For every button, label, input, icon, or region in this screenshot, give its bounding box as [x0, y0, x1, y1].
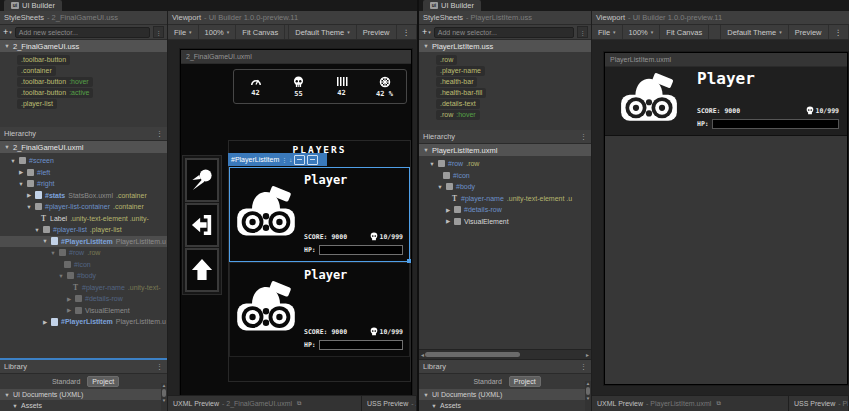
tree-row-player-list-container[interactable]: ▼#player-list-container.container: [0, 201, 167, 213]
open-external-icon[interactable]: ⧉: [297, 400, 301, 407]
tree-row-body[interactable]: ▼#body: [419, 181, 591, 193]
add-selector-button[interactable]: + ▾: [422, 27, 431, 37]
chevron-down-icon[interactable]: ▼: [431, 403, 437, 409]
tree-row-stats[interactable]: ▶#statsStatsBox.uxml.container: [0, 190, 167, 202]
stats-box[interactable]: 42 55 42 42: [233, 69, 407, 104]
library-row-assets[interactable]: ▼ Assets: [0, 400, 167, 411]
open-external-icon[interactable]: ⧉: [716, 400, 720, 407]
uss-file-row[interactable]: ▼ 2_FinalGameUI.uss: [0, 40, 167, 52]
selected-element-tag[interactable]: #PlayerListItem ⋮ ↓: [228, 153, 327, 166]
tree-row-details-row[interactable]: ▶#details-row: [419, 204, 591, 216]
chevron-down-icon[interactable]: ▼: [10, 158, 16, 164]
tree-row-right[interactable]: ▼#right: [0, 178, 167, 190]
tree-row-body[interactable]: ▼#body: [0, 270, 167, 282]
menu-icon[interactable]: ⋮: [156, 363, 163, 371]
selector-row[interactable]: .container: [0, 65, 167, 76]
tree-row-visualelement[interactable]: ▶VisualElement: [0, 305, 167, 317]
selector-row[interactable]: .health-bar-fill: [419, 87, 591, 98]
chevron-down-icon[interactable]: ▼: [429, 161, 435, 167]
tag-button-icon[interactable]: [294, 155, 305, 165]
viewport-menu-icon[interactable]: ⋮: [829, 25, 849, 39]
scroll-thumb[interactable]: [425, 352, 520, 357]
resize-handle[interactable]: [407, 259, 411, 263]
selector-menu-icon[interactable]: ⋮: [153, 26, 164, 38]
selector-row[interactable]: .health-bar: [419, 76, 591, 87]
chevron-down-icon[interactable]: ▼: [18, 181, 24, 187]
library-row-assets[interactable]: ▼ Assets: [419, 400, 591, 411]
library-section-uxml[interactable]: ▼ UI Documents (UXML): [419, 389, 591, 400]
tab-standard[interactable]: Standard: [469, 377, 505, 386]
chevron-down-icon[interactable]: ▼: [34, 227, 40, 233]
scroll-thumb[interactable]: [162, 389, 166, 397]
chevron-down-icon[interactable]: ▼: [423, 147, 429, 153]
chevron-right-icon[interactable]: ▶: [26, 192, 32, 198]
chevron-down-icon[interactable]: ▼: [423, 392, 429, 398]
uxml-preview-section[interactable]: UXML Preview - PlayerListItem.uxml ⧉: [592, 396, 789, 411]
chevron-right-icon[interactable]: ▶: [66, 296, 72, 302]
library-scrollbar[interactable]: ▲ ▼: [585, 381, 591, 411]
exit-button[interactable]: [185, 203, 219, 247]
add-selector-input[interactable]: Add new selector...: [434, 27, 574, 38]
zoom-dropdown[interactable]: 100%▾: [623, 25, 661, 39]
tab-standard[interactable]: Standard: [48, 377, 84, 386]
fit-canvas-button[interactable]: Fit Canvas: [660, 25, 709, 39]
viewport-canvas-area[interactable]: PlayerListItem.uxml Player: [592, 40, 849, 395]
uss-preview-section[interactable]: USS Preview - 2_FinalGameUI.u ⧉: [362, 396, 417, 411]
theme-dropdown[interactable]: Default Theme▾: [720, 25, 789, 39]
chevron-right-icon[interactable]: ▶: [66, 307, 72, 313]
scroll-right-icon[interactable]: ►: [585, 352, 590, 358]
uxml-preview-section[interactable]: UXML Preview - 2_FinalGameUI.uxml ⧉: [168, 396, 362, 411]
uss-file-row[interactable]: ▼ PlayerListItem.uss: [419, 40, 591, 52]
chevron-down-icon[interactable]: ▼: [423, 43, 429, 49]
tree-row-player-name[interactable]: T#player-name.unity-text-: [0, 282, 167, 294]
chevron-right-icon[interactable]: ▶: [42, 319, 48, 325]
selector-row[interactable]: .details-text: [419, 98, 591, 109]
tree-row-row[interactable]: ▼#row.row: [0, 247, 167, 259]
uxml-file-row[interactable]: ▼ PlayerListItem.uxml: [419, 144, 591, 156]
tree-row-screen[interactable]: ▼#screen: [0, 155, 167, 167]
tree-row-player-name[interactable]: T#player-name.unity-text-element .u: [419, 193, 591, 205]
selector-row[interactable]: .toolbar-button:hover: [0, 76, 167, 87]
tree-row-visualelement[interactable]: ▶VisualElement: [419, 216, 591, 228]
add-selector-button[interactable]: + ▾: [3, 27, 12, 37]
tree-row-playerlistitem[interactable]: ▼#PlayerListItemPlayerListItem.u: [0, 236, 167, 248]
tree-row-row[interactable]: ▼#row.row: [419, 158, 591, 170]
chevron-down-icon[interactable]: ▼: [58, 273, 64, 279]
tree-row-icon[interactable]: #icon: [419, 170, 591, 182]
scroll-down-icon[interactable]: ▼: [162, 398, 166, 403]
tree-row-details-row[interactable]: ▶#details-row: [0, 293, 167, 305]
tree-row-icon[interactable]: #icon: [0, 259, 167, 271]
library-scrollbar[interactable]: ▲ ▼: [161, 383, 167, 411]
tree-row-playerlistitem-2[interactable]: ▶#PlayerListItemPlayerListItem.u: [0, 316, 167, 328]
scroll-down-icon[interactable]: ▼: [586, 396, 590, 401]
scroll-up-icon[interactable]: ▲: [162, 383, 166, 388]
canvas-playerlistitem[interactable]: PlayerListItem.uxml Player: [604, 52, 848, 385]
player-list-item[interactable]: Player SCORE: 9000 10/999 HP:: [229, 167, 410, 262]
selector-row[interactable]: .row:hover: [419, 109, 591, 120]
selector-menu-icon[interactable]: ⋮: [577, 26, 588, 38]
menu-icon[interactable]: ⋮: [580, 363, 587, 371]
canvas-doc-label[interactable]: PlayerListItem.uxml: [605, 53, 847, 67]
tab-project[interactable]: Project: [87, 376, 119, 387]
chevron-down-icon[interactable]: ▼: [4, 43, 10, 49]
preview-toggle-button[interactable]: Preview: [357, 25, 397, 39]
canvas-2finalgameui[interactable]: 2_FinalGameUI.uxml 42 55: [180, 49, 412, 395]
player-list[interactable]: PLAYERS #PlayerListItem ⋮ ↓: [228, 140, 411, 382]
viewport-canvas-area[interactable]: 2_FinalGameUI.uxml 42 55: [168, 40, 417, 395]
selector-row[interactable]: .player-list: [0, 98, 167, 109]
selector-row[interactable]: .toolbar-button:active: [0, 87, 167, 98]
chevron-down-icon[interactable]: ▼: [4, 392, 10, 398]
fireball-button[interactable]: [185, 158, 219, 202]
chevron-down-icon[interactable]: ▼: [42, 238, 48, 244]
file-menu-button[interactable]: File▾: [592, 25, 623, 39]
selector-row[interactable]: .player-name: [419, 65, 591, 76]
add-selector-input[interactable]: Add new selector...: [15, 27, 150, 38]
chevron-down-icon[interactable]: ▼: [12, 403, 18, 409]
file-menu-button[interactable]: File▾: [168, 25, 199, 39]
upgrade-button[interactable]: [185, 248, 219, 292]
menu-icon[interactable]: ⋮: [156, 130, 163, 138]
tree-row-left[interactable]: ▶#left: [0, 167, 167, 179]
zoom-dropdown[interactable]: 100%▾: [199, 25, 237, 39]
chevron-right-icon[interactable]: ▶: [18, 169, 24, 175]
chevron-right-icon[interactable]: ▶: [445, 207, 451, 213]
